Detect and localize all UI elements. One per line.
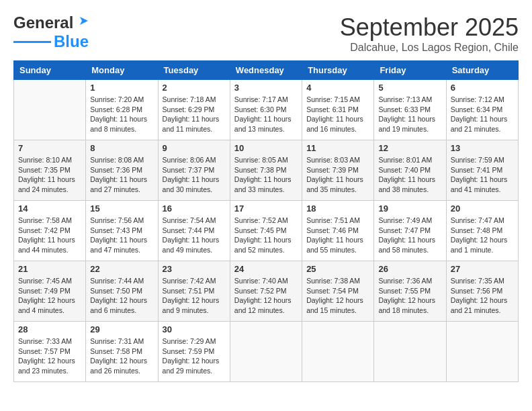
calendar-cell: 10Sunrise: 8:05 AM Sunset: 7:38 PM Dayli…: [230, 140, 302, 201]
day-number: 21: [18, 264, 81, 274]
day-number: 15: [90, 203, 153, 214]
calendar-cell: 3Sunrise: 7:17 AM Sunset: 6:30 PM Daylig…: [230, 80, 302, 140]
day-info: Sunrise: 7:45 AM Sunset: 7:49 PM Dayligh…: [18, 276, 81, 316]
calendar-cell: [446, 322, 518, 382]
day-number: 9: [163, 143, 226, 153]
day-info: Sunrise: 7:13 AM Sunset: 6:33 PM Dayligh…: [378, 95, 441, 134]
calendar-row: 1Sunrise: 7:20 AM Sunset: 6:28 PM Daylig…: [14, 80, 519, 140]
day-number: 30: [163, 324, 226, 334]
day-info: Sunrise: 8:08 AM Sunset: 7:36 PM Dayligh…: [90, 155, 153, 195]
calendar-cell: 19Sunrise: 7:49 AM Sunset: 7:47 PM Dayli…: [374, 201, 446, 261]
day-info: Sunrise: 8:06 AM Sunset: 7:37 PM Dayligh…: [163, 155, 226, 195]
calendar-cell: 15Sunrise: 7:56 AM Sunset: 7:43 PM Dayli…: [86, 201, 158, 261]
calendar-cell: 21Sunrise: 7:45 AM Sunset: 7:49 PM Dayli…: [14, 261, 86, 322]
day-number: 26: [378, 264, 441, 274]
day-number: 23: [163, 264, 226, 274]
calendar-cell: 26Sunrise: 7:36 AM Sunset: 7:55 PM Dayli…: [374, 261, 446, 322]
calendar-row: 28Sunrise: 7:33 AM Sunset: 7:57 PM Dayli…: [14, 322, 519, 382]
day-info: Sunrise: 7:54 AM Sunset: 7:44 PM Dayligh…: [163, 216, 226, 255]
day-info: Sunrise: 7:29 AM Sunset: 7:59 PM Dayligh…: [163, 336, 226, 376]
day-info: Sunrise: 7:36 AM Sunset: 7:55 PM Dayligh…: [378, 276, 441, 316]
calendar-cell: 2Sunrise: 7:18 AM Sunset: 6:29 PM Daylig…: [158, 80, 230, 140]
calendar-cell: 6Sunrise: 7:12 AM Sunset: 6:34 PM Daylig…: [446, 80, 518, 140]
calendar-cell: 4Sunrise: 7:15 AM Sunset: 6:31 PM Daylig…: [302, 80, 374, 140]
logo-blue: Blue: [54, 32, 89, 51]
day-number: 8: [90, 143, 153, 153]
calendar-cell: [302, 322, 374, 382]
day-number: 10: [234, 143, 298, 153]
calendar-cell: 5Sunrise: 7:13 AM Sunset: 6:33 PM Daylig…: [374, 80, 446, 140]
calendar-cell: 14Sunrise: 7:58 AM Sunset: 7:42 PM Dayli…: [14, 201, 86, 261]
day-info: Sunrise: 7:49 AM Sunset: 7:47 PM Dayligh…: [378, 216, 441, 255]
day-number: 6: [451, 83, 514, 93]
calendar-cell: [230, 322, 302, 382]
day-info: Sunrise: 8:01 AM Sunset: 7:40 PM Dayligh…: [378, 155, 441, 195]
calendar-cell: [374, 322, 446, 382]
calendar-row: 21Sunrise: 7:45 AM Sunset: 7:49 PM Dayli…: [14, 261, 519, 322]
calendar-header-row: Sunday Monday Tuesday Wednesday Thursday…: [14, 61, 519, 80]
calendar-table: Sunday Monday Tuesday Wednesday Thursday…: [13, 60, 519, 382]
day-number: 17: [234, 203, 298, 214]
header-wednesday: Wednesday: [230, 61, 302, 80]
logo-general: General: [13, 13, 73, 32]
calendar-cell: 20Sunrise: 7:47 AM Sunset: 7:48 PM Dayli…: [446, 201, 518, 261]
day-number: 1: [90, 83, 153, 93]
day-info: Sunrise: 7:52 AM Sunset: 7:45 PM Dayligh…: [234, 216, 298, 255]
calendar-cell: 28Sunrise: 7:33 AM Sunset: 7:57 PM Dayli…: [14, 322, 86, 382]
day-number: 3: [234, 83, 298, 93]
day-info: Sunrise: 8:03 AM Sunset: 7:39 PM Dayligh…: [306, 155, 369, 195]
day-number: 4: [306, 83, 369, 93]
calendar-cell: 7Sunrise: 8:10 AM Sunset: 7:35 PM Daylig…: [14, 140, 86, 201]
day-info: Sunrise: 7:51 AM Sunset: 7:46 PM Dayligh…: [306, 216, 369, 255]
calendar-cell: 8Sunrise: 8:08 AM Sunset: 7:36 PM Daylig…: [86, 140, 158, 201]
calendar-cell: 30Sunrise: 7:29 AM Sunset: 7:59 PM Dayli…: [158, 322, 230, 382]
day-info: Sunrise: 7:56 AM Sunset: 7:43 PM Dayligh…: [90, 216, 153, 255]
day-info: Sunrise: 7:40 AM Sunset: 7:52 PM Dayligh…: [234, 276, 298, 316]
day-info: Sunrise: 7:58 AM Sunset: 7:42 PM Dayligh…: [18, 216, 81, 255]
header-tuesday: Tuesday: [158, 61, 230, 80]
day-number: 14: [18, 203, 81, 214]
day-info: Sunrise: 7:44 AM Sunset: 7:50 PM Dayligh…: [90, 276, 153, 316]
calendar-cell: 27Sunrise: 7:35 AM Sunset: 7:56 PM Dayli…: [446, 261, 518, 322]
logo-bird-icon: [75, 15, 89, 30]
day-info: Sunrise: 7:35 AM Sunset: 7:56 PM Dayligh…: [451, 276, 514, 316]
day-number: 18: [306, 203, 369, 214]
day-number: 22: [90, 264, 153, 274]
day-number: 2: [163, 83, 226, 93]
title-section: September 2025 Dalcahue, Los Lagos Regio…: [340, 13, 519, 54]
day-number: 19: [378, 203, 441, 214]
header-friday: Friday: [374, 61, 446, 80]
day-info: Sunrise: 7:42 AM Sunset: 7:51 PM Dayligh…: [163, 276, 226, 316]
day-info: Sunrise: 8:05 AM Sunset: 7:38 PM Dayligh…: [234, 155, 298, 195]
location: Dalcahue, Los Lagos Region, Chile: [340, 42, 519, 54]
header-saturday: Saturday: [446, 61, 518, 80]
header-monday: Monday: [86, 61, 158, 80]
svg-marker-0: [80, 17, 88, 25]
calendar-cell: 23Sunrise: 7:42 AM Sunset: 7:51 PM Dayli…: [158, 261, 230, 322]
calendar-cell: 25Sunrise: 7:38 AM Sunset: 7:54 PM Dayli…: [302, 261, 374, 322]
day-number: 29: [90, 324, 153, 334]
day-info: Sunrise: 7:12 AM Sunset: 6:34 PM Dayligh…: [451, 95, 514, 134]
day-info: Sunrise: 8:10 AM Sunset: 7:35 PM Dayligh…: [18, 155, 81, 195]
day-number: 27: [451, 264, 514, 274]
day-number: 20: [451, 203, 514, 214]
day-number: 16: [163, 203, 226, 214]
day-number: 13: [451, 143, 514, 153]
day-info: Sunrise: 7:20 AM Sunset: 6:28 PM Dayligh…: [90, 95, 153, 134]
day-info: Sunrise: 7:17 AM Sunset: 6:30 PM Dayligh…: [234, 95, 298, 134]
day-number: 25: [306, 264, 369, 274]
day-number: 24: [234, 264, 298, 274]
day-info: Sunrise: 7:15 AM Sunset: 6:31 PM Dayligh…: [306, 95, 369, 134]
day-number: 11: [306, 143, 369, 153]
calendar-cell: 11Sunrise: 8:03 AM Sunset: 7:39 PM Dayli…: [302, 140, 374, 201]
day-number: 12: [378, 143, 441, 153]
calendar-cell: 22Sunrise: 7:44 AM Sunset: 7:50 PM Dayli…: [86, 261, 158, 322]
calendar-cell: 17Sunrise: 7:52 AM Sunset: 7:45 PM Dayli…: [230, 201, 302, 261]
calendar-cell: 18Sunrise: 7:51 AM Sunset: 7:46 PM Dayli…: [302, 201, 374, 261]
day-info: Sunrise: 7:38 AM Sunset: 7:54 PM Dayligh…: [306, 276, 369, 316]
calendar-cell: [14, 80, 86, 140]
day-info: Sunrise: 7:33 AM Sunset: 7:57 PM Dayligh…: [18, 336, 81, 376]
calendar-cell: 29Sunrise: 7:31 AM Sunset: 7:58 PM Dayli…: [86, 322, 158, 382]
month-title: September 2025: [340, 13, 519, 42]
calendar-cell: 24Sunrise: 7:40 AM Sunset: 7:52 PM Dayli…: [230, 261, 302, 322]
